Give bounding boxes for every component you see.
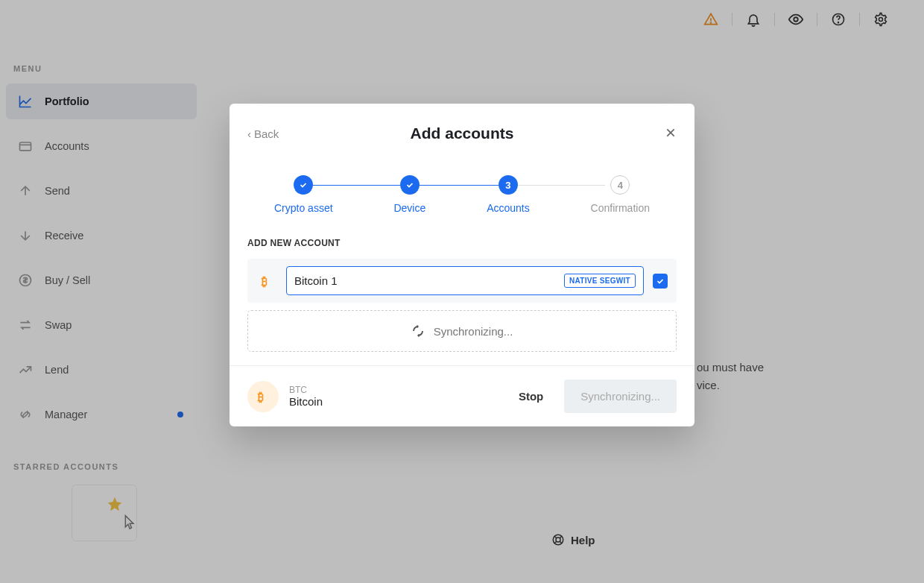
account-row: ₿ NATIVE SEGWIT <box>247 259 677 303</box>
bitcoin-icon: ₿ <box>247 381 279 412</box>
step-label: Device <box>393 202 425 214</box>
check-icon <box>400 175 420 195</box>
stepper: Crypto asset Device 3 Accounts 4 Confirm… <box>230 148 694 232</box>
stop-button[interactable]: Stop <box>508 382 554 410</box>
step-crypto-asset: Crypto asset <box>274 175 333 214</box>
spinner-icon <box>411 324 425 338</box>
footer-ticker: BTC <box>289 385 498 395</box>
back-button[interactable]: ‹ Back <box>247 127 307 140</box>
svg-text:₿: ₿ <box>261 274 268 287</box>
syncing-row: Synchronizing... <box>247 310 677 352</box>
account-name-input-wrap: NATIVE SEGWIT <box>286 266 644 295</box>
step-device: Device <box>393 175 425 214</box>
syncing-label: Synchronizing... <box>434 325 513 338</box>
step-confirmation: 4 Confirmation <box>591 175 650 214</box>
step-label: Crypto asset <box>274 202 333 214</box>
footer-coin-name: Bitcoin <box>289 395 498 408</box>
segwit-tag: NATIVE SEGWIT <box>564 274 636 288</box>
modal-overlay: ‹ Back Add accounts Crypto asset Device <box>0 0 924 583</box>
step-label: Accounts <box>487 202 530 214</box>
account-name-input[interactable] <box>294 274 558 287</box>
bitcoin-icon: ₿ <box>256 271 277 292</box>
stepper-line <box>311 185 605 186</box>
sync-button: Synchronizing... <box>564 379 677 413</box>
step-label: Confirmation <box>591 202 650 214</box>
step-number: 4 <box>610 175 630 195</box>
step-number: 3 <box>499 175 518 195</box>
add-new-account-label: ADD NEW ACCOUNT <box>247 238 677 248</box>
modal-title: Add accounts <box>411 125 514 142</box>
svg-text:₿: ₿ <box>257 389 264 403</box>
footer-coin-meta: BTC Bitcoin <box>289 385 498 408</box>
step-accounts: 3 Accounts <box>487 175 530 214</box>
close-button[interactable] <box>617 125 677 142</box>
chevron-left-icon: ‹ <box>247 127 251 140</box>
modal-footer: ₿ BTC Bitcoin Stop Synchronizing... <box>230 365 694 426</box>
check-icon <box>294 175 313 195</box>
add-accounts-modal: ‹ Back Add accounts Crypto asset Device <box>230 104 694 426</box>
close-icon <box>665 127 677 139</box>
account-checkbox[interactable] <box>653 274 668 289</box>
check-icon <box>656 277 665 286</box>
back-label: Back <box>254 127 279 140</box>
